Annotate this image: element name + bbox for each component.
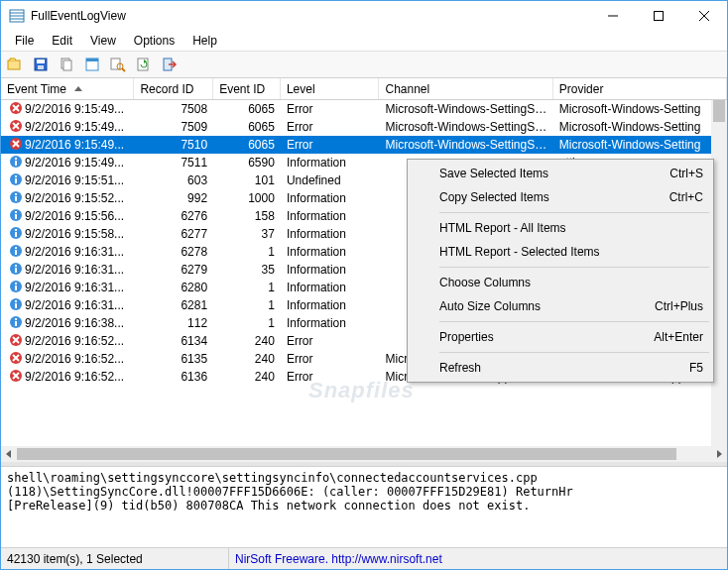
cell-record-id: 6135 <box>134 351 213 367</box>
cell-event-id: 158 <box>213 208 281 224</box>
menu-help[interactable]: Help <box>184 32 225 50</box>
context-menu-item[interactable]: Copy Selected ItemsCtrl+C <box>410 185 711 209</box>
context-menu-item[interactable]: HTML Report - Selected Items <box>410 240 711 264</box>
info-icon <box>9 297 25 313</box>
svg-rect-13 <box>63 60 71 70</box>
menu-item-label: Auto Size Columns <box>439 299 541 313</box>
info-icon <box>9 262 25 278</box>
table-row[interactable]: 9/2/2016 9:15:49...75086065ErrorMicrosof… <box>1 100 727 118</box>
svg-rect-46 <box>15 247 17 249</box>
copy-icon[interactable] <box>57 55 76 74</box>
cell-time: 9/2/2016 9:16:52... <box>25 352 124 366</box>
cell-level: Information <box>281 280 380 295</box>
menu-separator <box>439 212 709 213</box>
info-icon <box>9 208 25 224</box>
exit-icon[interactable] <box>160 55 180 74</box>
cell-record-id: 6276 <box>134 208 213 224</box>
context-menu-item[interactable]: Choose Columns <box>410 271 711 294</box>
context-menu-item[interactable]: HTML Report - All Items <box>410 216 711 240</box>
cell-record-id: 603 <box>134 172 213 188</box>
svg-rect-34 <box>15 175 17 177</box>
cell-event-id: 1 <box>213 244 281 260</box>
menu-view[interactable]: View <box>82 32 124 50</box>
scrollbar-thumb[interactable] <box>713 100 725 122</box>
horizontal-scrollbar[interactable] <box>1 446 727 462</box>
cell-level: Information <box>281 297 380 313</box>
svg-rect-8 <box>8 60 20 69</box>
svg-rect-10 <box>37 59 45 63</box>
context-menu-item[interactable]: Auto Size ColumnsCtrl+Plus <box>410 294 711 318</box>
cell-event-id: 6065 <box>213 137 281 153</box>
cell-level: Information <box>281 244 380 260</box>
cell-record-id: 6280 <box>134 280 213 295</box>
cell-record-id: 7510 <box>134 137 213 153</box>
window-title: FullEventLogView <box>31 9 590 23</box>
cell-event-id: 1 <box>213 297 281 313</box>
menubar: File Edit View Options Help <box>1 31 727 51</box>
maximize-button[interactable] <box>636 1 681 31</box>
cell-event-id: 1000 <box>213 190 281 206</box>
col-channel[interactable]: Channel <box>379 78 552 99</box>
minimize-button[interactable] <box>590 1 636 31</box>
cell-time: 9/2/2016 9:16:31... <box>25 281 124 294</box>
cell-time: 9/2/2016 9:16:52... <box>25 370 124 384</box>
context-menu: Save Selected ItemsCtrl+SCopy Selected I… <box>407 159 714 383</box>
cell-provider: Microsoft-Windows-Setting <box>553 137 727 153</box>
col-record-id[interactable]: Record ID <box>134 78 213 99</box>
cell-record-id: 6134 <box>134 333 213 349</box>
menu-file[interactable]: File <box>7 32 42 50</box>
scroll-right-icon[interactable] <box>711 446 727 462</box>
cell-time: 9/2/2016 9:15:49... <box>25 138 124 152</box>
col-level[interactable]: Level <box>281 78 380 99</box>
cell-channel: Microsoft-Windows-SettingSy... <box>379 137 552 153</box>
table-row[interactable]: 9/2/2016 9:15:49...75096065ErrorMicrosof… <box>1 118 727 136</box>
cell-time: 9/2/2016 9:16:38... <box>25 316 124 330</box>
menu-hotkey: Ctrl+S <box>669 167 703 180</box>
info-icon <box>9 280 25 295</box>
cell-record-id: 7511 <box>134 155 213 171</box>
col-provider[interactable]: Provider <box>553 78 727 99</box>
cell-level: Information <box>281 315 380 331</box>
details-pane[interactable]: shell\roaming\settingsynccore\settingsyn… <box>1 466 727 547</box>
svg-rect-41 <box>15 214 17 219</box>
cell-event-id: 101 <box>213 172 281 188</box>
save-icon[interactable] <box>31 55 51 74</box>
cell-event-id: 35 <box>213 262 281 278</box>
error-icon <box>9 351 25 367</box>
col-event-time[interactable]: Event Time <box>1 78 134 99</box>
cell-time: 9/2/2016 9:15:56... <box>25 209 124 223</box>
scrollbar-thumb-h[interactable] <box>17 448 676 460</box>
refresh-icon[interactable] <box>134 55 154 74</box>
cell-time: 9/2/2016 9:16:31... <box>25 245 124 259</box>
open-icon[interactable] <box>5 55 25 74</box>
context-menu-item[interactable]: Save Selected ItemsCtrl+S <box>410 162 711 185</box>
cell-time: 9/2/2016 9:15:51... <box>25 173 124 187</box>
table-row[interactable]: 9/2/2016 9:15:49...75106065ErrorMicrosof… <box>1 136 727 154</box>
menu-hotkey: Ctrl+Plus <box>655 299 703 313</box>
cell-channel: Microsoft-Windows-SettingSy... <box>379 101 552 117</box>
svg-rect-31 <box>15 158 17 160</box>
svg-rect-44 <box>15 232 17 237</box>
cell-event-id: 6590 <box>213 155 281 171</box>
context-menu-item[interactable]: RefreshF5 <box>410 356 711 380</box>
cell-level: Information <box>281 155 380 171</box>
cell-record-id: 112 <box>134 315 213 331</box>
info-icon <box>9 172 25 188</box>
properties-icon[interactable] <box>82 55 102 74</box>
col-event-id[interactable]: Event ID <box>213 78 281 99</box>
close-button[interactable] <box>681 1 727 31</box>
svg-rect-40 <box>15 211 17 213</box>
cell-record-id: 6277 <box>134 226 213 242</box>
scroll-left-icon[interactable] <box>1 446 17 462</box>
cell-event-id: 6065 <box>213 119 281 135</box>
cell-time: 9/2/2016 9:15:49... <box>25 156 124 170</box>
menu-edit[interactable]: Edit <box>44 32 80 50</box>
cell-event-id: 37 <box>213 226 281 242</box>
cell-time: 9/2/2016 9:15:49... <box>25 120 124 134</box>
status-link[interactable]: NirSoft Freeware. http://www.nirsoft.net <box>229 548 442 569</box>
context-menu-item[interactable]: PropertiesAlt+Enter <box>410 325 711 349</box>
menu-options[interactable]: Options <box>126 32 182 50</box>
cell-record-id: 7508 <box>134 101 213 117</box>
error-icon <box>9 101 25 117</box>
find-icon[interactable] <box>108 55 128 74</box>
